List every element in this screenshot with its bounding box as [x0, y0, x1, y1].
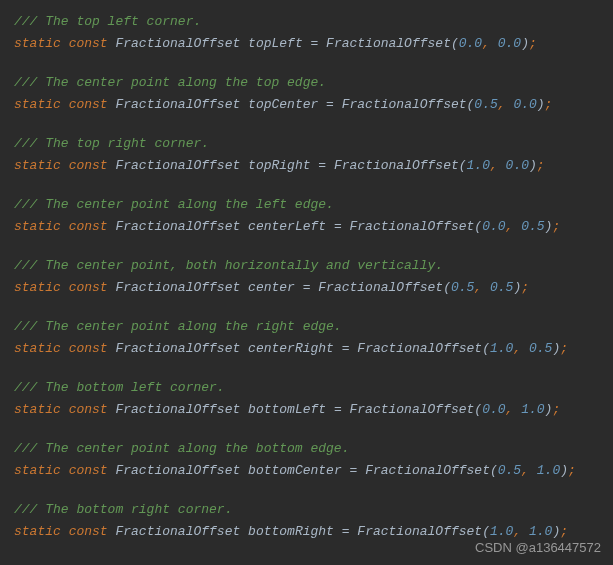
declaration-line: static const FractionalOffset centerLeft…: [14, 217, 599, 237]
blank-line: [14, 177, 599, 195]
keyword-token: static: [14, 97, 61, 112]
declaration-line: static const FractionalOffset topCenter …: [14, 95, 599, 115]
comment-line: /// The top right corner.: [14, 134, 599, 154]
comment-line: /// The center point along the left edge…: [14, 195, 599, 215]
number-token: 1.0: [467, 158, 490, 173]
classname-token: FractionalOffset: [357, 524, 482, 539]
number-token: 1.0: [490, 341, 513, 356]
number-token: 1.0: [521, 402, 544, 417]
keyword-token: static: [14, 219, 61, 234]
keyword-token: const: [69, 402, 108, 417]
type-token: FractionalOffset: [115, 463, 240, 478]
identifier-token: bottomRight: [248, 524, 334, 539]
declaration-line: static const FractionalOffset centerRigh…: [14, 339, 599, 359]
number-token: 0.5: [451, 280, 474, 295]
type-token: FractionalOffset: [115, 97, 240, 112]
blank-line: [14, 421, 599, 439]
identifier-token: bottomCenter: [248, 463, 342, 478]
blank-line: [14, 482, 599, 500]
comment-line: /// The center point, both horizontally …: [14, 256, 599, 276]
comment-line: /// The top left corner.: [14, 12, 599, 32]
comment-line: /// The bottom left corner.: [14, 378, 599, 398]
comment-line: /// The bottom right corner.: [14, 500, 599, 520]
blank-line: [14, 116, 599, 134]
keyword-token: const: [69, 280, 108, 295]
identifier-token: topLeft: [248, 36, 303, 51]
classname-token: FractionalOffset: [326, 36, 451, 51]
classname-token: FractionalOffset: [365, 463, 490, 478]
identifier-token: centerLeft: [248, 219, 326, 234]
number-token: 0.5: [474, 97, 497, 112]
number-token: 0.0: [506, 158, 529, 173]
number-token: 1.0: [529, 524, 552, 539]
declaration-line: static const FractionalOffset topLeft = …: [14, 34, 599, 54]
number-token: 0.5: [498, 463, 521, 478]
code-block: /// The top left corner.static const Fra…: [14, 12, 599, 541]
watermark: CSDN @a136447572: [475, 538, 601, 558]
classname-token: FractionalOffset: [350, 402, 475, 417]
number-token: 0.0: [513, 97, 536, 112]
number-token: 1.0: [490, 524, 513, 539]
classname-token: FractionalOffset: [318, 280, 443, 295]
identifier-token: bottomLeft: [248, 402, 326, 417]
comment-line: /// The center point along the right edg…: [14, 317, 599, 337]
number-token: 0.5: [529, 341, 552, 356]
type-token: FractionalOffset: [115, 36, 240, 51]
number-token: 0.0: [498, 36, 521, 51]
keyword-token: static: [14, 524, 61, 539]
blank-line: [14, 360, 599, 378]
classname-token: FractionalOffset: [342, 97, 467, 112]
doc-comment: /// The bottom left corner.: [14, 380, 225, 395]
keyword-token: static: [14, 402, 61, 417]
number-token: 1.0: [537, 463, 560, 478]
keyword-token: const: [69, 463, 108, 478]
number-token: 0.5: [490, 280, 513, 295]
doc-comment: /// The center point along the top edge.: [14, 75, 326, 90]
identifier-token: center: [248, 280, 295, 295]
declaration-line: static const FractionalOffset bottomLeft…: [14, 400, 599, 420]
type-token: FractionalOffset: [115, 158, 240, 173]
identifier-token: centerRight: [248, 341, 334, 356]
doc-comment: /// The center point, both horizontally …: [14, 258, 443, 273]
keyword-token: const: [69, 341, 108, 356]
doc-comment: /// The top right corner.: [14, 136, 209, 151]
blank-line: [14, 55, 599, 73]
identifier-token: topCenter: [248, 97, 318, 112]
keyword-token: const: [69, 219, 108, 234]
declaration-line: static const FractionalOffset center = F…: [14, 278, 599, 298]
type-token: FractionalOffset: [115, 341, 240, 356]
type-token: FractionalOffset: [115, 402, 240, 417]
number-token: 0.0: [459, 36, 482, 51]
classname-token: FractionalOffset: [350, 219, 475, 234]
comment-line: /// The center point along the top edge.: [14, 73, 599, 93]
keyword-token: const: [69, 36, 108, 51]
number-token: 0.0: [482, 402, 505, 417]
keyword-token: static: [14, 280, 61, 295]
type-token: FractionalOffset: [115, 219, 240, 234]
identifier-token: topRight: [248, 158, 310, 173]
keyword-token: const: [69, 97, 108, 112]
type-token: FractionalOffset: [115, 524, 240, 539]
declaration-line: static const FractionalOffset bottomCent…: [14, 461, 599, 481]
doc-comment: /// The bottom right corner.: [14, 502, 232, 517]
number-token: 0.0: [482, 219, 505, 234]
doc-comment: /// The center point along the right edg…: [14, 319, 342, 334]
declaration-line: static const FractionalOffset topRight =…: [14, 156, 599, 176]
blank-line: [14, 238, 599, 256]
number-token: 0.5: [521, 219, 544, 234]
comment-line: /// The center point along the bottom ed…: [14, 439, 599, 459]
keyword-token: static: [14, 36, 61, 51]
keyword-token: static: [14, 158, 61, 173]
doc-comment: /// The center point along the left edge…: [14, 197, 334, 212]
keyword-token: static: [14, 463, 61, 478]
doc-comment: /// The top left corner.: [14, 14, 201, 29]
keyword-token: const: [69, 524, 108, 539]
doc-comment: /// The center point along the bottom ed…: [14, 441, 349, 456]
keyword-token: static: [14, 341, 61, 356]
classname-token: FractionalOffset: [357, 341, 482, 356]
classname-token: FractionalOffset: [334, 158, 459, 173]
type-token: FractionalOffset: [115, 280, 240, 295]
blank-line: [14, 299, 599, 317]
keyword-token: const: [69, 158, 108, 173]
